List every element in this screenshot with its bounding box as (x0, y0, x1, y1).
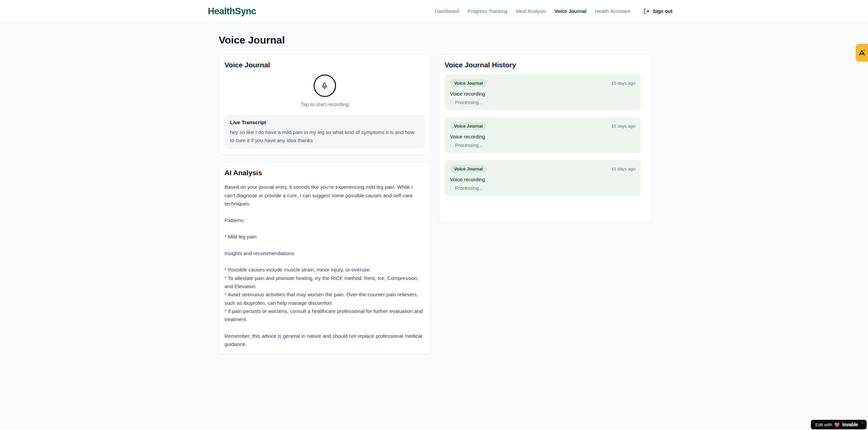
lovable-brand-label: lovable (842, 422, 858, 427)
ai-analysis-card: AI Analysis Based on your journal entry,… (219, 162, 431, 354)
history-entry[interactable]: Voice Journal 15 days ago Voice recordin… (445, 74, 641, 110)
entry-timestamp: 15 days ago (611, 81, 635, 86)
record-button[interactable] (314, 75, 336, 97)
voice-journal-card-title: Voice Journal (224, 60, 425, 70)
side-panel-tab[interactable] (856, 44, 868, 62)
voice-journal-history-title: Voice Journal History (445, 60, 646, 70)
nav-item-health-assistant[interactable]: Health Assistant (595, 9, 630, 14)
left-column: Voice Journal Tap to start recording (219, 54, 431, 354)
entry-status: Processing... (450, 185, 635, 191)
nav-item-voice-journal[interactable]: Voice Journal (554, 9, 586, 14)
heart-icon (834, 422, 840, 427)
history-entry[interactable]: Voice Journal 15 days ago Voice recordin… (445, 160, 641, 196)
entry-title: Voice recording (450, 177, 635, 182)
entry-type-badge: Voice Journal (450, 122, 487, 130)
history-entry-header: Voice Journal 15 days ago (450, 122, 635, 130)
entry-type-badge: Voice Journal (450, 79, 487, 87)
main-content: Voice Journal Voice Journal (219, 22, 652, 354)
lovable-prefix-label: Edit with (815, 422, 832, 427)
history-entry-header: Voice Journal 15 days ago (450, 165, 635, 173)
entry-title: Voice recording (450, 134, 635, 139)
entry-status: Processing... (450, 143, 635, 148)
recorder-area: Tap to start recording (224, 75, 425, 107)
microphone-icon (321, 82, 328, 89)
tap-to-record-hint: Tap to start recording (224, 101, 425, 107)
sign-out-button[interactable]: Sign out (644, 8, 672, 14)
ai-analysis-text: Based on your journal entry, it sounds l… (224, 183, 425, 348)
entry-type-badge: Voice Journal (450, 165, 487, 173)
close-icon[interactable]: × (862, 420, 864, 425)
nav-item-progress-tracking[interactable]: Progress Tracking (467, 9, 507, 14)
sign-out-label: Sign out (653, 9, 672, 14)
main-nav: Dashboard Progress Tracking Meal Analysi… (435, 0, 672, 22)
entry-status: Processing... (450, 100, 635, 105)
live-transcript-box: Live Transcript hey so like I do have a … (224, 115, 425, 149)
entry-timestamp: 15 days ago (611, 166, 635, 171)
nav-item-meal-analysis[interactable]: Meal Analysis (516, 9, 546, 14)
lovable-edit-badge[interactable]: Edit with lovable × (811, 420, 867, 429)
nav-item-dashboard[interactable]: Dashboard (435, 9, 459, 14)
voice-journal-history-card: Voice Journal History Voice Journal 15 d… (439, 54, 652, 223)
logout-icon (644, 8, 650, 14)
live-transcript-text: hey so like I do have a mild pain in my … (230, 128, 419, 144)
history-entry[interactable]: Voice Journal 15 days ago Voice recordin… (445, 117, 641, 153)
top-navbar: HealthSync Dashboard Progress Tracking M… (0, 0, 868, 22)
brand-logo[interactable]: HealthSync (208, 6, 256, 16)
entry-timestamp: 15 days ago (611, 123, 635, 129)
ai-analysis-card-title: AI Analysis (224, 168, 425, 178)
history-list: Voice Journal 15 days ago Voice recordin… (445, 74, 646, 196)
history-entry-header: Voice Journal 15 days ago (450, 79, 635, 87)
amber-logo-icon (858, 49, 866, 56)
live-transcript-title: Live Transcript (230, 119, 419, 125)
voice-journal-card: Voice Journal Tap to start recording (219, 54, 431, 155)
entry-title: Voice recording (450, 91, 635, 97)
content-columns: Voice Journal Tap to start recording (219, 54, 652, 354)
page-title: Voice Journal (219, 34, 652, 46)
